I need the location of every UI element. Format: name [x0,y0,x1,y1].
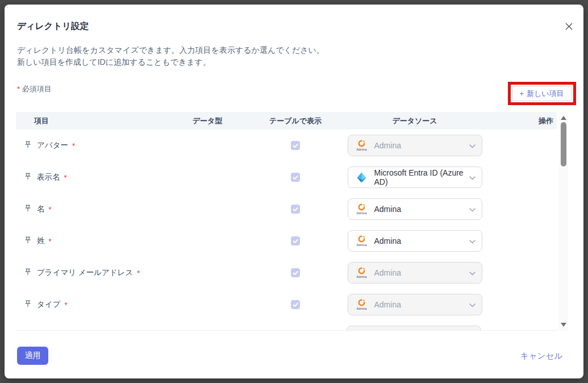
source-select[interactable]: Admina Microsoft Entra ID (Azure AD) [348,166,482,188]
pin-icon [24,236,32,247]
pin-icon [24,204,32,215]
description-line-1: ディレクトリ台帳をカスタマイズできます。入力項目を表示するか選んでください。 [17,45,324,55]
admina-logo-icon: Admina [354,235,370,247]
source-select: Admina Admina [348,262,482,284]
required-asterisk: * [17,85,20,93]
new-item-button-label: 新しい項目 [527,89,564,99]
pin-icon [24,172,32,183]
show-in-table-cell [256,173,335,182]
item-cell: タイプ * [16,299,159,310]
column-header-item: 項目 [16,116,159,126]
table-body: アバター * Admina [16,130,557,331]
show-in-table-checkbox [291,236,300,245]
row-label: タイプ [37,299,60,310]
chevron-down-icon [469,204,476,214]
show-in-table-checkbox [291,205,300,214]
scrollbar-thumb[interactable] [561,122,566,166]
check-icon [293,299,298,310]
show-in-table-checkbox [291,141,300,150]
check-icon [293,236,298,246]
source-select-label: Admina [374,268,466,277]
admina-logo-icon: Admina [354,267,370,278]
column-header-data-type: データ型 [159,116,256,126]
row-label: 姓 [37,236,45,246]
source-select[interactable]: Admina Admina [348,198,482,220]
pin-icon [24,140,32,151]
partial-next-row-select [347,326,481,331]
source-select[interactable]: Admina Admina [348,230,482,252]
fields-table: 項目 データ型 テーブルで表示 データソース 操作 アバター * [16,112,568,331]
scrollbar-up-arrow-icon[interactable] [561,116,566,120]
table-row: プライマリ メールアドレス * Admina [16,257,557,289]
source-select: Admina Admina [348,294,482,315]
admina-logo-icon: Admina [354,299,370,310]
item-cell: プライマリ メールアドレス * [16,268,159,278]
required-asterisk: * [72,141,75,150]
description-line-2: 新しい項目を作成してIDに追加することもできます。 [17,57,211,66]
data-source-cell: Admina Microsoft Entra ID (Azure AD) [335,166,494,188]
admina-logo-text: Admina [356,275,366,278]
dialog-title: ディレクトリ設定 [17,20,89,32]
pin-icon [24,299,32,310]
cancel-button[interactable]: キャンセル [520,351,562,361]
entra-id-logo-icon [354,172,370,184]
scrollbar-down-arrow-icon[interactable] [561,323,566,327]
data-source-cell: Admina Admina [335,135,494,156]
row-label: 表示名 [37,172,60,182]
show-in-table-cell [256,300,335,309]
show-in-table-checkbox [291,173,300,182]
chevron-down-icon [469,236,476,246]
directory-settings-dialog: ディレクトリ設定 ディレクトリ台帳をカスタマイズできます。入力項目を表示するか選… [5,5,583,378]
data-source-cell: Admina Admina [335,262,494,284]
data-source-cell: Admina Admina [335,230,494,252]
column-header-actions: 操作 [494,116,557,126]
required-asterisk: * [49,205,52,214]
admina-logo-text: Admina [356,243,366,247]
dialog-description: ディレクトリ台帳をカスタマイズできます。入力項目を表示するか選んでください。 新… [17,44,324,68]
admina-logo-icon: Admina [354,140,370,151]
source-select-label: Microsoft Entra ID (Azure AD) [374,168,466,186]
data-source-cell: Admina Admina [335,294,494,315]
show-in-table-cell [256,205,335,214]
table-row: アバター * Admina [16,130,557,161]
row-label: 名 [37,204,45,214]
item-cell: 表示名 * [16,172,159,183]
chevron-down-icon [469,268,476,278]
chevron-down-icon [469,299,476,310]
show-in-table-checkbox [291,268,300,277]
source-select-label: Admina [374,205,466,214]
item-cell: 名 * [16,204,159,215]
new-item-button[interactable]: + 新しい項目 [512,86,572,101]
show-in-table-cell [256,141,335,150]
table-row: 姓 * Admina [16,225,557,257]
chevron-down-icon [469,172,476,182]
check-icon [293,204,298,214]
required-asterisk: * [137,269,140,277]
admina-logo-text: Admina [356,148,366,151]
apply-button[interactable]: 適用 [17,347,48,365]
column-header-data-source: データソース [335,116,494,126]
source-select-label: Admina [374,141,466,150]
show-in-table-cell [256,236,335,245]
item-cell: 姓 * [16,236,159,247]
show-in-table-cell [256,268,335,277]
close-button[interactable] [560,19,577,36]
source-select-label: Admina [374,300,466,309]
plus-icon: + [519,89,524,98]
table-header-row: 項目 データ型 テーブルで表示 データソース 操作 [16,112,557,130]
admina-logo-icon: Admina [354,203,370,215]
check-icon [293,172,298,182]
required-asterisk: * [49,237,52,245]
show-in-table-checkbox [291,300,300,309]
table-row: 名 * Admina [16,193,557,225]
source-select-label: Admina [374,236,466,245]
source-select: Admina Admina [348,135,482,156]
close-icon [565,22,573,32]
row-label: アバター [37,140,68,151]
required-fields-note: * 必須項目 [17,84,52,94]
admina-logo-text: Admina [356,211,366,215]
table-row: タイプ * Admina [16,289,557,320]
required-asterisk: * [64,173,67,182]
table-scrollbar[interactable] [559,112,568,331]
required-note-label: 必須項目 [22,85,52,93]
